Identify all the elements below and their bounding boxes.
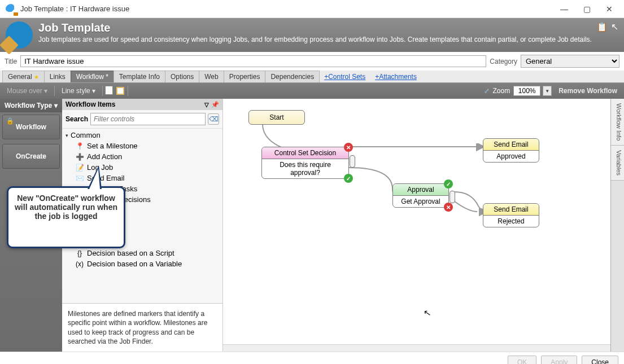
divider	[128, 86, 128, 96]
node-approval[interactable]: Approval Get Approval ✓ ✕	[392, 183, 449, 208]
title-input[interactable]	[20, 55, 486, 67]
tab-dependencies[interactable]: Dependencies	[265, 71, 320, 82]
group-label: Common	[71, 131, 101, 139]
zoom-dropdown[interactable]: ▼	[543, 86, 552, 96]
tree-item[interactable]: {}Decision based on a Script	[62, 248, 222, 258]
item-label: Set a Milestone	[87, 142, 138, 150]
copy-icon[interactable]	[106, 87, 113, 95]
line-style-button[interactable]: Line style ▾	[58, 85, 99, 97]
dialog-footer: OK Apply Close	[0, 352, 624, 364]
minimize-button[interactable]: —	[553, 1, 575, 17]
item-label: Add Action	[87, 152, 122, 161]
email1-body: Approved	[483, 151, 539, 162]
tab-workflow[interactable]: Workflow *	[71, 71, 114, 82]
category-select[interactable]: General	[521, 55, 619, 68]
email1-head: Send Email	[483, 139, 539, 151]
maximize-button[interactable]: ▢	[575, 1, 598, 17]
start-label: Start	[269, 113, 283, 121]
node-control-set-decision[interactable]: Control Set Decision Does this require a…	[261, 147, 349, 179]
tab-links[interactable]: Links	[44, 71, 71, 82]
mouse-cursor-icon: ↖	[422, 307, 431, 319]
tree-group[interactable]: ▾Common	[62, 130, 222, 141]
workflow-type-header[interactable]: Workflow Type ▾	[0, 99, 62, 112]
tab-template-info[interactable]: Template Info	[114, 71, 165, 82]
badge-ok-icon: ✓	[444, 179, 453, 188]
tree-item[interactable]: ✉️Send Email	[62, 173, 222, 183]
callout-text: New "OnCreate" workflow will automatical…	[15, 194, 117, 221]
email2-head: Send Email	[483, 204, 539, 216]
rail-item-oncreate[interactable]: OnCreate	[2, 144, 60, 169]
connectors	[223, 99, 610, 352]
approval-head: Approval	[393, 184, 448, 196]
ok-button[interactable]: OK	[508, 356, 536, 365]
vtab-variables[interactable]: Variables	[611, 146, 624, 181]
zoom-input[interactable]	[513, 86, 540, 96]
item-icon: {}	[76, 249, 84, 257]
title-row: Title Category General	[0, 52, 624, 71]
tab-web[interactable]: Web	[199, 71, 224, 82]
email2-body: Rejected	[483, 216, 539, 227]
window-title: Job Template : IT Hardware issue	[20, 5, 553, 13]
tab-options[interactable]: Options	[165, 71, 199, 82]
decision-body: Does this require approval?	[262, 159, 348, 178]
collapse-icon[interactable]: ▽	[204, 102, 209, 108]
item-label: Decision based on a Script	[87, 249, 174, 257]
clear-search-icon[interactable]: ⌫	[208, 113, 219, 125]
fit-icon[interactable]: ⤢	[484, 87, 490, 95]
banner-description: Job templates are used for speed and con…	[38, 36, 592, 45]
rail-item-workflow[interactable]: 🔒 Workflow	[2, 115, 60, 139]
banner: Job Template Job templates are used for …	[0, 18, 624, 52]
close-button[interactable]: ✕	[598, 1, 621, 17]
item-icon: 📍	[76, 142, 84, 150]
category-label: Category	[490, 58, 517, 65]
link-attachments[interactable]: +Attachments	[370, 71, 422, 82]
titlebar: Job Template : IT Hardware issue — ▢ ✕	[0, 0, 624, 18]
right-vertical-tabs: Workflow Info Variables	[610, 99, 624, 352]
search-input[interactable]	[90, 113, 206, 125]
tree-item[interactable]: ➕Add Action	[62, 151, 222, 162]
copy-template-icon[interactable]: 📋	[596, 21, 608, 32]
item-icon: ✉️	[76, 174, 84, 182]
apply-button[interactable]: Apply	[541, 356, 577, 365]
banner-logo-icon	[6, 21, 33, 49]
workflow-canvas[interactable]: Start Control Set Decision Does this req…	[223, 99, 610, 352]
connector-handle[interactable]	[350, 155, 355, 168]
workflow-toolbar: Mouse over ▾ Line style ▾ ⤢ Zoom ▼ Remov…	[0, 83, 624, 99]
lock-icon: 🔒	[6, 117, 14, 125]
search-label: Search	[66, 115, 88, 123]
tree-item[interactable]: 📝Log Job	[62, 162, 222, 173]
vtab-workflow-info[interactable]: Workflow Info	[611, 99, 624, 146]
remove-workflow-button[interactable]: Remove Workflow	[555, 85, 621, 97]
chevron-down-icon: ▾	[66, 133, 68, 138]
title-label: Title	[5, 58, 17, 65]
node-start[interactable]: Start	[248, 110, 305, 125]
cursor-icon: ↖	[611, 21, 618, 32]
star-icon: ★	[34, 74, 39, 80]
connector-handle[interactable]	[450, 191, 455, 203]
workflow-items-title: Workflow Items	[66, 100, 115, 108]
item-label: Decision based on a Variable	[87, 260, 182, 268]
tree-item[interactable]: (x)Decision based on a Variable	[62, 258, 222, 269]
item-icon: ➕	[76, 153, 84, 161]
badge-yes-icon: ✓	[344, 174, 353, 183]
app-icon	[6, 4, 16, 14]
node-send-email-rejected[interactable]: Send Email Rejected	[483, 203, 539, 227]
tab-properties[interactable]: Properties	[224, 71, 266, 82]
pin-icon[interactable]: 📌	[211, 101, 219, 108]
decision-head: Control Set Decision	[262, 147, 348, 159]
tree-item[interactable]: 📍Set a Milestone	[62, 141, 222, 151]
badge-no-icon: ✕	[344, 143, 353, 152]
item-description: Milestones are defined markers that iden…	[62, 303, 222, 352]
divider	[102, 86, 103, 96]
approval-body: Get Approval	[393, 196, 448, 207]
link-control-sets[interactable]: +Control Sets	[319, 71, 370, 82]
paste-icon[interactable]	[116, 87, 124, 95]
node-send-email-approved[interactable]: Send Email Approved	[483, 138, 539, 163]
item-icon: (x)	[76, 260, 84, 268]
close-dialog-button[interactable]: Close	[582, 356, 618, 365]
badge-err-icon: ✕	[444, 203, 453, 212]
mouse-over-button[interactable]: Mouse over ▾	[3, 85, 51, 97]
tab-strip: General★ Links Workflow * Template Info …	[0, 71, 624, 83]
tab-general[interactable]: General★	[2, 71, 45, 82]
item-icon: 📝	[76, 164, 84, 172]
